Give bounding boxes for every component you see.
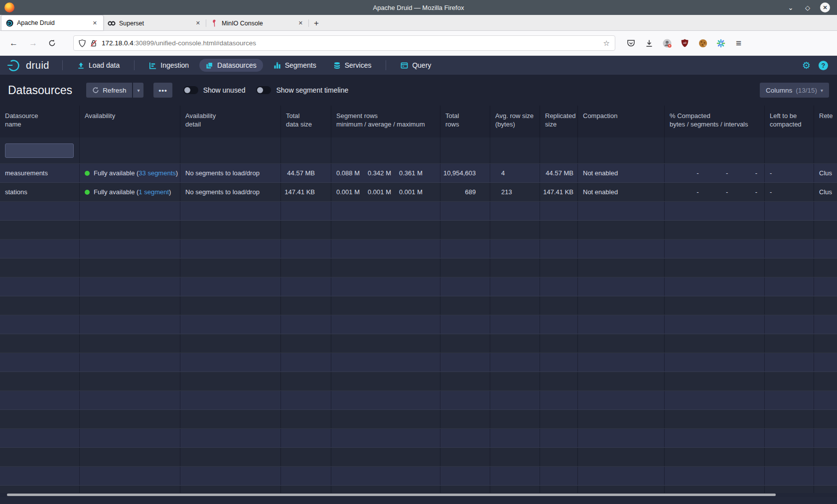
- empty-cell: [331, 202, 440, 220]
- pinwheel-extension-icon[interactable]: [714, 36, 727, 50]
- segments-link[interactable]: 1 segment: [139, 188, 169, 196]
- menu-hamburger-icon[interactable]: ≡: [732, 36, 745, 50]
- empty-cell: [80, 391, 180, 409]
- nav-ingestion[interactable]: Ingestion: [142, 59, 195, 72]
- empty-cell: [180, 391, 281, 409]
- empty-cell: [180, 258, 281, 277]
- tab-close-icon[interactable]: ✕: [194, 19, 202, 27]
- tracking-shield-icon[interactable]: [79, 39, 86, 47]
- tab-close-icon[interactable]: ✕: [296, 19, 305, 27]
- empty-cell: [665, 353, 765, 372]
- back-icon[interactable]: ←: [4, 36, 23, 50]
- cookie-extension-icon[interactable]: [696, 36, 709, 50]
- empty-cell: [0, 391, 80, 409]
- column-header-left-to-be-compacted[interactable]: Left to becompacted: [765, 106, 814, 137]
- column-header-replicated-size[interactable]: Replicatedsize: [540, 106, 578, 137]
- replicated-size-cell: 44.57 MB: [540, 164, 578, 182]
- filter-cell: [578, 137, 665, 163]
- new-tab-button[interactable]: +: [309, 18, 325, 30]
- column-header-segment-rows[interactable]: Segment rowsminimum / average / maximum: [331, 106, 440, 137]
- nav-divider: [134, 60, 135, 70]
- help-icon[interactable]: ?: [819, 61, 828, 70]
- tab-close-icon[interactable]: ✕: [91, 19, 99, 27]
- column-header-total-rows[interactable]: Totalrows: [440, 106, 490, 137]
- filter-cell: [440, 137, 490, 163]
- column-header-compaction[interactable]: Compaction: [578, 106, 665, 137]
- refresh-button[interactable]: Refresh: [86, 83, 132, 98]
- window-maximize-icon[interactable]: ◇: [803, 4, 812, 11]
- more-actions-button[interactable]: •••: [153, 83, 172, 98]
- column-header-availability[interactable]: Availability: [80, 106, 180, 137]
- table-row-stations[interactable]: stations Fully available (1 segment) No …: [0, 183, 837, 202]
- empty-cell: [440, 240, 490, 258]
- filter-cell: [331, 137, 440, 163]
- bookmark-star-icon[interactable]: ☆: [603, 39, 610, 48]
- account-extension-icon[interactable]: [660, 36, 674, 50]
- url-text[interactable]: 172.18.0.4:30899/unified-console.html#da…: [102, 39, 599, 47]
- empty-cell: [814, 334, 837, 353]
- empty-cell: [0, 429, 80, 447]
- column-header-datasource-name[interactable]: Datasourcename: [0, 106, 80, 137]
- tab-minio-console[interactable]: MinIO Console ✕: [206, 16, 309, 30]
- empty-cell: [578, 410, 665, 428]
- refresh-dropdown-button[interactable]: ▾: [133, 83, 143, 98]
- empty-cell: [331, 467, 440, 485]
- empty-cell: [540, 353, 578, 372]
- tab-label: MinIO Console: [222, 20, 293, 27]
- empty-cell: [814, 353, 837, 372]
- url-bar[interactable]: 172.18.0.4:30899/unified-console.html#da…: [73, 35, 615, 51]
- empty-cell: [765, 221, 814, 239]
- window-titlebar: Apache Druid — Mozilla Firefox ⌄ ◇ ✕: [0, 0, 837, 15]
- empty-cell: [180, 296, 281, 315]
- empty-cell: [765, 296, 814, 315]
- reload-icon[interactable]: [43, 37, 61, 49]
- window-close-icon[interactable]: ✕: [820, 2, 830, 12]
- ublock-icon[interactable]: u0: [678, 36, 692, 50]
- empty-cell: [80, 258, 180, 277]
- datasource-name-filter-input[interactable]: [5, 143, 74, 158]
- empty-cell: [490, 258, 540, 277]
- empty-row: [0, 240, 837, 258]
- nav-segments[interactable]: Segments: [267, 59, 323, 72]
- table-row-measurements[interactable]: measurements Fully available (33 segment…: [0, 164, 837, 183]
- nav-query[interactable]: Query: [394, 59, 437, 72]
- empty-cell: [281, 467, 331, 485]
- empty-cell: [665, 240, 765, 258]
- tab-label: Apache Druid: [17, 19, 87, 26]
- empty-cell: [765, 410, 814, 428]
- show-unused-toggle[interactable]: [183, 86, 198, 94]
- scrollbar-thumb[interactable]: [7, 494, 776, 496]
- empty-cell: [180, 240, 281, 258]
- downloads-icon[interactable]: [642, 36, 656, 50]
- empty-cell: [80, 240, 180, 258]
- druid-navbar: druid Load data Ingestion Datasources Se…: [0, 56, 837, 75]
- columns-button[interactable]: Columns (13/15) ▾: [760, 83, 829, 98]
- druid-logo-icon: [7, 59, 22, 72]
- avg-row-size-cell: 4: [490, 164, 540, 182]
- empty-cell: [281, 486, 331, 493]
- column-header-retention[interactable]: Rete: [814, 106, 837, 137]
- nav-services[interactable]: Services: [327, 59, 378, 72]
- empty-cell: [80, 334, 180, 353]
- nav-datasources[interactable]: Datasources: [199, 59, 263, 72]
- settings-gear-icon[interactable]: ⚙: [802, 60, 811, 71]
- empty-cell: [440, 448, 490, 466]
- tab-apache-druid[interactable]: Apache Druid ✕: [1, 15, 104, 30]
- url-host: 172.18.0.4: [102, 39, 134, 47]
- column-header-pct-compacted[interactable]: % Compactedbytes / segments / intervals: [665, 106, 765, 137]
- pocket-icon[interactable]: [624, 36, 638, 50]
- segments-link[interactable]: 33 segments: [139, 169, 175, 177]
- column-header-availability-detail[interactable]: Availabilitydetail: [180, 106, 281, 137]
- column-header-total-data-size[interactable]: Totaldata size: [281, 106, 331, 137]
- empty-cell: [281, 258, 331, 277]
- empty-cell: [578, 202, 665, 220]
- show-segment-timeline-toggle[interactable]: [256, 86, 271, 94]
- nav-load-data[interactable]: Load data: [71, 59, 126, 72]
- window-minimize-icon[interactable]: ⌄: [786, 4, 795, 11]
- empty-cell: [765, 277, 814, 296]
- tab-superset[interactable]: Superset ✕: [104, 16, 206, 30]
- empty-cell: [80, 277, 180, 296]
- column-header-avg-row-size[interactable]: Avg. row size(bytes): [490, 106, 540, 137]
- insecure-lock-icon[interactable]: [90, 39, 97, 47]
- druid-brand[interactable]: druid: [7, 59, 49, 72]
